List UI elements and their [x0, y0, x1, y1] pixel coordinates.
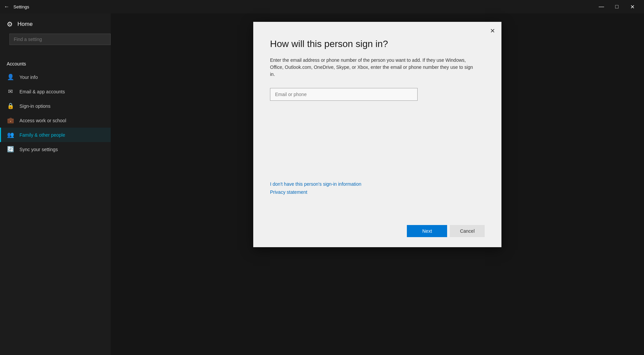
- sidebar-item-sign-in-options[interactable]: 🔒 Sign-in options: [0, 99, 111, 113]
- sidebar-item-access-work-school[interactable]: 💼 Access work or school: [0, 113, 111, 128]
- email-phone-input[interactable]: [270, 88, 418, 101]
- search-input[interactable]: [9, 34, 111, 45]
- dialog-footer: Next Cancel: [253, 218, 501, 247]
- home-gear-icon: ⚙: [7, 20, 13, 28]
- close-button[interactable]: ✕: [625, 0, 640, 13]
- dialog-title: How will this person sign in?: [270, 39, 485, 49]
- maximize-button[interactable]: □: [609, 0, 625, 13]
- your-info-label: Your info: [19, 75, 38, 80]
- privacy-statement-link[interactable]: Privacy statement: [270, 189, 485, 195]
- main-content: ✕ How will this person sign in? Enter th…: [111, 13, 644, 355]
- sign-in-icon: 🔒: [7, 102, 14, 109]
- accounts-section-title: Accounts: [0, 58, 111, 70]
- cancel-button[interactable]: Cancel: [450, 225, 485, 237]
- dialog-description: Enter the email address or phone number …: [270, 57, 478, 78]
- sign-in-label: Sign-in options: [19, 103, 51, 109]
- add-person-dialog: ✕ How will this person sign in? Enter th…: [253, 22, 501, 247]
- sync-label: Sync your settings: [19, 147, 58, 152]
- dialog-body: How will this person sign in? Enter the …: [253, 22, 501, 218]
- sidebar-item-family-other-people[interactable]: 👥 Family & other people: [0, 128, 111, 142]
- dialog-links: I don't have this person's sign-in infor…: [270, 181, 485, 195]
- family-icon: 👥: [7, 131, 14, 138]
- sidebar-item-sync-settings[interactable]: 🔄 Sync your settings: [0, 142, 111, 157]
- your-info-icon: 👤: [7, 74, 14, 81]
- app-title: Settings: [13, 4, 29, 9]
- sidebar: ⚙ Home Accounts 👤 Your info ✉ Email & ap…: [0, 13, 111, 355]
- minimize-button[interactable]: —: [594, 0, 609, 13]
- sidebar-search-container: [5, 34, 106, 52]
- sidebar-item-email-app-accounts[interactable]: ✉ Email & app accounts: [0, 84, 111, 99]
- next-button[interactable]: Next: [407, 225, 447, 237]
- no-signin-info-link[interactable]: I don't have this person's sign-in infor…: [270, 181, 485, 187]
- home-label: Home: [17, 21, 33, 28]
- back-button[interactable]: ←: [4, 4, 9, 10]
- sidebar-home[interactable]: ⚙ Home: [0, 13, 111, 34]
- title-bar: ← Settings — □ ✕: [0, 0, 644, 13]
- work-icon: 💼: [7, 117, 14, 124]
- window-controls: — □ ✕: [594, 0, 640, 13]
- dialog-close-button[interactable]: ✕: [487, 26, 497, 36]
- dialog-spacer: [270, 114, 485, 181]
- email-app-label: Email & app accounts: [19, 89, 65, 94]
- settings-window: ⚙ Home Accounts 👤 Your info ✉ Email & ap…: [0, 13, 644, 355]
- email-icon: ✉: [7, 88, 14, 95]
- sidebar-item-your-info[interactable]: 👤 Your info: [0, 70, 111, 84]
- sync-icon: 🔄: [7, 146, 14, 153]
- family-label: Family & other people: [19, 132, 65, 138]
- access-work-label: Access work or school: [19, 118, 66, 123]
